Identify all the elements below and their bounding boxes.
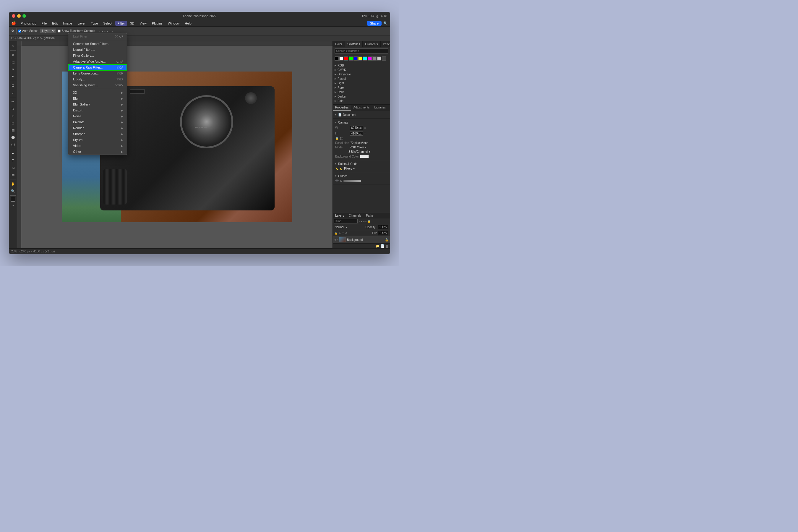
rulers-dropdown[interactable]: ▾ (353, 167, 355, 170)
swatch-blue[interactable] (354, 56, 358, 61)
minimize-button[interactable] (17, 14, 21, 18)
stylize-submenu[interactable]: Stylize ▶ (68, 137, 127, 143)
depth-dropdown-icon[interactable]: ▾ (369, 150, 370, 153)
select-tool[interactable]: ⬚ (10, 59, 16, 65)
show-transform-checkbox[interactable] (58, 30, 61, 33)
auto-select-dropdown[interactable]: Layer Group (40, 28, 56, 33)
tab-adjustments[interactable]: Adjustments (351, 104, 372, 111)
lasso-tool[interactable]: ⌀ (10, 66, 16, 72)
menu-help[interactable]: Help (182, 21, 194, 26)
document-header[interactable]: ▼ 📄 Document (333, 112, 390, 117)
blur-tool[interactable]: ⬤ (10, 134, 16, 140)
pixelate-submenu[interactable]: Pixelate ▶ (68, 119, 127, 125)
search-icon[interactable]: 🔍 (383, 21, 388, 25)
swatch-gray[interactable] (373, 56, 377, 61)
swatch-darkgray[interactable] (382, 56, 386, 61)
group-pure[interactable]: ▶ Pure (333, 86, 390, 90)
mode-dropdown-icon[interactable]: ▾ (365, 146, 366, 149)
menu-3d[interactable]: 3D (128, 21, 136, 26)
swatch-silver[interactable] (377, 56, 381, 61)
menu-edit[interactable]: Edit (50, 21, 60, 26)
menu-photoshop[interactable]: Photoshop (18, 21, 39, 26)
group-rgb[interactable]: ▶ RGB (333, 63, 390, 68)
swatch-cyan[interactable] (363, 56, 367, 61)
menu-plugins[interactable]: Plugins (150, 21, 165, 26)
noise-submenu[interactable]: Noise ▶ (68, 113, 127, 119)
liquify-item[interactable]: Liquify... ⇧⌘X (68, 76, 127, 82)
blur-gallery-submenu[interactable]: Blur Gallery ▶ (68, 101, 127, 107)
swatch-white[interactable] (339, 56, 343, 61)
more-tools[interactable]: ··· (10, 202, 16, 209)
tab-properties[interactable]: Properties (333, 104, 351, 111)
canvas-header[interactable]: ▼ Canvas (333, 120, 390, 125)
tab-layers[interactable]: Layers (333, 213, 346, 218)
menu-layer[interactable]: Layer (75, 21, 88, 26)
maximize-button[interactable] (22, 14, 26, 18)
other-submenu[interactable]: Other ▶ (68, 149, 127, 155)
tab-paths[interactable]: Paths (363, 213, 376, 218)
home-tool[interactable]: ⌂ (10, 42, 16, 49)
fill-input[interactable] (378, 231, 388, 235)
apple-menu[interactable]: 🍎 (11, 21, 16, 25)
eyedropper-tool[interactable]: ⌵ (10, 89, 16, 96)
opacity-input[interactable] (378, 225, 388, 229)
menu-window[interactable]: Window (166, 21, 182, 26)
blend-dropdown[interactable]: ▾ (346, 226, 347, 229)
gradient-tool[interactable]: ▤ (10, 127, 16, 133)
delete-layer-btn[interactable]: 🗑 (386, 244, 389, 248)
layer-visibility[interactable]: 👁 (335, 238, 338, 242)
group-grayscale[interactable]: ▶ Grayscale (333, 72, 390, 77)
swatch-yellow[interactable] (358, 56, 362, 61)
3d-submenu[interactable]: 3D ▶ (68, 90, 127, 95)
shape-tool[interactable]: ▭ (10, 171, 16, 178)
share-button[interactable]: Share (367, 21, 382, 26)
text-tool[interactable]: T (10, 157, 16, 164)
menu-type[interactable]: Type (88, 21, 100, 26)
group-light[interactable]: ▶ Light (333, 81, 390, 86)
sharpen-submenu[interactable]: Sharpen ▶ (68, 131, 127, 137)
eraser-tool[interactable]: ◻ (10, 120, 16, 126)
guides-header[interactable]: ▼ Guides (333, 173, 390, 178)
adaptive-wide-item[interactable]: Adaptive Wide Angle... ⌥⇧A (68, 58, 127, 64)
tab-swatches[interactable]: Swatches (345, 41, 363, 47)
dodge-tool[interactable]: ◯ (10, 141, 16, 148)
distort-submenu[interactable]: Distort ▶ (68, 107, 127, 113)
filter-gallery-item[interactable]: Filter Gallery... (68, 53, 127, 58)
create-layer-btn[interactable]: 📄 (381, 244, 385, 248)
convert-smart-filters-item[interactable]: Convert for Smart Filters (68, 41, 127, 47)
tab-gradients[interactable]: Gradients (363, 41, 380, 47)
create-group-btn[interactable]: 📁 (376, 244, 380, 248)
move-tool-icon[interactable]: ✥ (11, 28, 15, 33)
hand-tool[interactable]: ✋ (10, 180, 16, 187)
pen-tool[interactable]: ✒ (10, 150, 16, 157)
layer-background[interactable]: 👁 Background 🔒 (333, 236, 390, 243)
tab-channels[interactable]: Channels (346, 213, 363, 218)
history-tool[interactable]: ↩ (10, 113, 16, 119)
move-tool[interactable]: ✥ (10, 52, 16, 58)
group-pale[interactable]: ▶ Pale (333, 99, 390, 103)
menu-file[interactable]: File (39, 21, 49, 26)
menu-image[interactable]: Image (61, 21, 75, 26)
close-button[interactable] (12, 14, 15, 18)
rulers-header[interactable]: ▼ Rulers & Grids (333, 162, 390, 166)
foreground-color[interactable] (11, 197, 15, 202)
layers-search[interactable] (334, 219, 358, 224)
auto-select-checkbox[interactable] (18, 30, 21, 33)
render-submenu[interactable]: Render ▶ (68, 125, 127, 131)
swatch-red[interactable] (344, 56, 348, 61)
path-tool[interactable]: ◁ (10, 164, 16, 171)
tab-color[interactable]: Color (333, 41, 345, 47)
brush-tool[interactable]: ✏ (10, 98, 16, 105)
group-dark[interactable]: ▶ Dark (333, 90, 390, 94)
tab-patterns[interactable]: Patterns (381, 41, 390, 47)
group-cmyk[interactable]: ▶ CMYK (333, 68, 390, 72)
height-input[interactable] (350, 131, 363, 136)
camera-raw-item[interactable]: Camera Raw Filter... ⇧⌘A (68, 64, 127, 70)
lens-correction-item[interactable]: Lens Correction... ⇧⌘R (68, 70, 127, 76)
swatch-magenta[interactable] (368, 56, 372, 61)
menu-filter[interactable]: Filter (115, 21, 127, 26)
bg-color-swatch[interactable] (360, 155, 369, 158)
last-filter-item[interactable]: Last Filter ⌘⌥F (68, 33, 127, 39)
group-pastel[interactable]: ▶ Pastel (333, 77, 390, 81)
swatches-search[interactable] (335, 49, 388, 54)
